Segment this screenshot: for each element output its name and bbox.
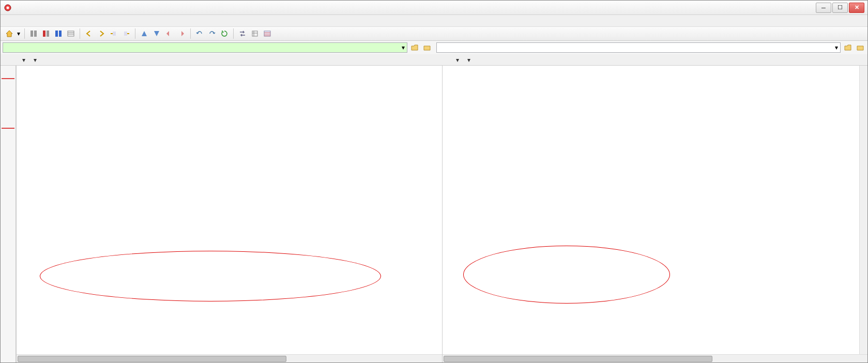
dropdown-icon: ▾	[22, 56, 25, 64]
left-browse-button[interactable]	[422, 42, 432, 53]
svg-point-1	[7, 6, 9, 9]
svg-rect-9	[68, 31, 74, 36]
svg-marker-2	[6, 31, 12, 37]
separator	[80, 28, 80, 39]
left-pane	[16, 66, 442, 362]
dropdown-icon: ▾	[467, 56, 470, 64]
toggle-view-button[interactable]	[262, 28, 273, 39]
minimap-mark	[2, 128, 14, 129]
left-h-scroll[interactable]	[17, 354, 442, 362]
svg-rect-3	[31, 31, 33, 37]
menu-view[interactable]	[42, 20, 48, 22]
svg-rect-10	[113, 32, 116, 36]
toolbar: ▾	[1, 26, 867, 41]
reload-button[interactable]	[249, 28, 261, 39]
titlebar[interactable]: ─ ☐ ✕	[1, 1, 867, 15]
minimize-button[interactable]: ─	[816, 3, 831, 13]
content-area	[1, 66, 867, 362]
right-path-input[interactable]: ▾	[436, 42, 841, 53]
menu-session[interactable]	[5, 20, 11, 22]
next-diff-file-button[interactable]	[176, 28, 187, 39]
menu-help[interactable]	[60, 20, 67, 22]
right-h-scroll[interactable]	[443, 354, 868, 362]
separator	[135, 28, 135, 39]
left-lang-dropdown[interactable]: ▾	[21, 56, 25, 64]
filter-diff-button[interactable]	[40, 28, 52, 39]
copy-block-right-button[interactable]	[120, 28, 132, 39]
menu-tools[interactable]	[51, 20, 57, 22]
right-browse-button[interactable]	[855, 42, 865, 53]
right-pane	[442, 66, 868, 362]
copy-right-button[interactable]	[96, 28, 107, 39]
prev-diff-button[interactable]	[139, 28, 150, 39]
refresh-button[interactable]	[219, 28, 230, 39]
svg-rect-12	[252, 31, 257, 36]
svg-rect-5	[43, 31, 45, 37]
svg-rect-4	[34, 31, 37, 37]
svg-rect-6	[47, 31, 49, 37]
left-path-area: ▾	[1, 41, 434, 54]
minimap-mark	[2, 78, 14, 79]
left-enc-dropdown[interactable]: ▾	[33, 56, 37, 64]
svg-rect-11	[124, 32, 127, 36]
right-code-area[interactable]	[443, 66, 868, 354]
left-code-area[interactable]	[17, 66, 442, 354]
copy-block-left-button[interactable]	[108, 28, 119, 39]
menu-edit[interactable]	[23, 20, 29, 22]
info-row: ▾ ▾ ▾ ▾	[1, 54, 867, 66]
separator	[233, 28, 234, 39]
svg-rect-7	[55, 31, 58, 37]
swap-button[interactable]	[237, 28, 248, 39]
right-info: ▾ ▾	[434, 54, 868, 65]
prev-diff-file-button[interactable]	[163, 28, 175, 39]
app-icon	[4, 4, 12, 12]
dropdown-icon: ▾	[456, 56, 459, 64]
close-button[interactable]: ✕	[849, 3, 864, 13]
session-dropdown[interactable]: ▾	[16, 30, 21, 37]
separator	[24, 28, 25, 39]
next-diff-button[interactable]	[151, 28, 162, 39]
filter-same-button[interactable]	[53, 28, 64, 39]
left-path-input[interactable]: ▾	[3, 42, 407, 53]
app-window: ─ ☐ ✕ ▾	[0, 0, 868, 363]
redo-button[interactable]	[206, 28, 218, 39]
copy-left-button[interactable]	[83, 28, 95, 39]
window-controls: ─ ☐ ✕	[816, 3, 864, 13]
menubar	[1, 15, 867, 26]
right-lang-dropdown[interactable]: ▾	[455, 56, 459, 64]
separator	[190, 28, 191, 39]
minimap[interactable]	[1, 66, 16, 362]
right-path-area: ▾	[434, 41, 868, 54]
right-enc-dropdown[interactable]: ▾	[466, 56, 470, 64]
dropdown-icon[interactable]: ▾	[835, 44, 838, 51]
right-v-scroll[interactable]	[859, 66, 867, 354]
menu-search[interactable]	[33, 20, 39, 22]
svg-rect-8	[59, 31, 62, 37]
dropdown-icon[interactable]: ▾	[402, 44, 405, 51]
rules-button[interactable]	[65, 28, 77, 39]
menu-file[interactable]	[14, 20, 20, 22]
filter-all-button[interactable]	[28, 28, 39, 39]
undo-button[interactable]	[194, 28, 205, 39]
left-info: ▾ ▾	[1, 54, 434, 65]
left-open-button[interactable]	[409, 42, 420, 53]
home-button[interactable]	[4, 28, 15, 39]
path-row: ▾ ▾	[1, 41, 867, 54]
maximize-button[interactable]: ☐	[832, 3, 848, 13]
right-open-button[interactable]	[843, 42, 853, 53]
dropdown-icon: ▾	[34, 56, 37, 64]
